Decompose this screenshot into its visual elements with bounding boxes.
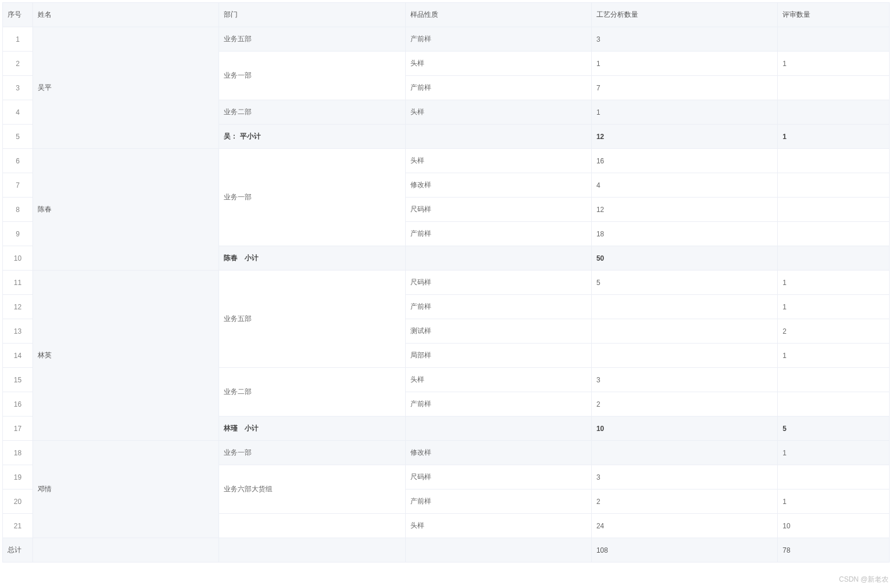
cell-qty2: 1 — [778, 52, 890, 76]
cell-subtotal-label: 林瑾 小计 — [219, 417, 405, 441]
cell-name: 林英 — [33, 271, 219, 441]
cell-nature: 头样 — [405, 100, 591, 125]
cell-nature: 局部样 — [405, 344, 591, 368]
cell-empty — [219, 538, 405, 563]
cell-qty2 — [778, 246, 890, 271]
cell-seq: 7 — [3, 173, 33, 198]
cell-qty1: 3 — [591, 27, 777, 52]
cell-subtotal-label: 吴： 平小计 — [219, 125, 405, 149]
cell-qty2: 5 — [778, 417, 890, 441]
header-qty1: 工艺分析数量 — [591, 3, 777, 27]
header-name: 姓名 — [33, 3, 219, 27]
cell-qty1: 50 — [591, 246, 777, 271]
cell-seq: 13 — [3, 319, 33, 344]
cell-dept: 业务一部 — [219, 52, 405, 100]
cell-qty1: 24 — [591, 514, 777, 538]
cell-qty2: 1 — [778, 441, 890, 465]
table-row: 6陈春业务一部头样16 — [3, 149, 890, 173]
cell-qty1: 1 — [591, 52, 777, 76]
cell-nature: 产前样 — [405, 76, 591, 100]
cell-qty1: 12 — [591, 198, 777, 222]
cell-seq: 3 — [3, 76, 33, 100]
cell-qty1: 2 — [591, 490, 777, 514]
cell-qty2 — [778, 222, 890, 246]
cell-dept: 业务二部 — [219, 100, 405, 125]
cell-nature: 修改样 — [405, 441, 591, 465]
cell-qty2 — [778, 173, 890, 198]
cell-dept: 业务一部 — [219, 441, 405, 465]
cell-nature: 头样 — [405, 149, 591, 173]
cell-seq: 18 — [3, 441, 33, 465]
table-header: 序号 姓名 部门 样品性质 工艺分析数量 评审数量 — [3, 3, 890, 27]
cell-name: 陈春 — [33, 149, 219, 271]
cell-empty — [405, 538, 591, 563]
cell-seq: 4 — [3, 100, 33, 125]
cell-qty1 — [591, 319, 777, 344]
cell-seq: 6 — [3, 149, 33, 173]
cell-nature: 头样 — [405, 368, 591, 392]
cell-qty2: 1 — [778, 295, 890, 319]
cell-seq: 15 — [3, 368, 33, 392]
cell-seq: 19 — [3, 465, 33, 490]
cell-nature: 测试样 — [405, 319, 591, 344]
cell-nature: 产前样 — [405, 392, 591, 417]
cell-qty2: 1 — [778, 344, 890, 368]
cell-seq: 9 — [3, 222, 33, 246]
cell-qty2: 2 — [778, 319, 890, 344]
table-row: 11林英业务五部尺码样51 — [3, 271, 890, 295]
header-qty2: 评审数量 — [778, 3, 890, 27]
cell-nature: 头样 — [405, 52, 591, 76]
cell-qty2: 1 — [778, 125, 890, 149]
cell-dept — [219, 514, 405, 538]
cell-seq: 14 — [3, 344, 33, 368]
cell-dept: 业务六部大货组 — [219, 465, 405, 514]
cell-qty1: 7 — [591, 76, 777, 100]
cell-nature: 头样 — [405, 514, 591, 538]
cell-qty1 — [591, 295, 777, 319]
cell-dept: 业务一部 — [219, 149, 405, 246]
cell-nature: 产前样 — [405, 222, 591, 246]
cell-seq: 8 — [3, 198, 33, 222]
cell-nature: 产前样 — [405, 27, 591, 52]
cell-total-label: 总计 — [3, 538, 33, 563]
cell-qty2 — [778, 368, 890, 392]
cell-seq: 17 — [3, 417, 33, 441]
cell-qty1: 5 — [591, 271, 777, 295]
header-seq: 序号 — [3, 3, 33, 27]
cell-qty1 — [591, 441, 777, 465]
cell-dept: 业务五部 — [219, 27, 405, 52]
cell-nature: 产前样 — [405, 295, 591, 319]
cell-qty2 — [778, 149, 890, 173]
cell-qty1: 2 — [591, 392, 777, 417]
cell-empty — [33, 538, 219, 563]
cell-name: 吴平 — [33, 27, 219, 149]
cell-seq: 12 — [3, 295, 33, 319]
cell-seq: 5 — [3, 125, 33, 149]
header-nature: 样品性质 — [405, 3, 591, 27]
cell-qty2: 10 — [778, 514, 890, 538]
cell-qty1: 108 — [591, 538, 777, 563]
cell-seq: 21 — [3, 514, 33, 538]
cell-empty — [405, 246, 591, 271]
cell-empty — [405, 125, 591, 149]
cell-qty1 — [591, 344, 777, 368]
cell-seq: 11 — [3, 271, 33, 295]
cell-qty2 — [778, 392, 890, 417]
cell-qty2 — [778, 100, 890, 125]
cell-qty1: 3 — [591, 368, 777, 392]
cell-qty2: 78 — [778, 538, 890, 563]
cell-qty2: 1 — [778, 490, 890, 514]
cell-qty2 — [778, 198, 890, 222]
cell-empty — [405, 417, 591, 441]
cell-nature: 修改样 — [405, 173, 591, 198]
cell-nature: 尺码样 — [405, 198, 591, 222]
cell-dept: 业务二部 — [219, 368, 405, 417]
table-row: 1吴平业务五部产前样3 — [3, 27, 890, 52]
cell-dept: 业务五部 — [219, 271, 405, 368]
cell-nature: 尺码样 — [405, 271, 591, 295]
cell-qty1: 12 — [591, 125, 777, 149]
cell-qty1: 18 — [591, 222, 777, 246]
table-body: 1吴平业务五部产前样32业务一部头样113产前样74业务二部头样15吴： 平小计… — [3, 27, 890, 563]
cell-qty2 — [778, 76, 890, 100]
cell-qty2: 1 — [778, 271, 890, 295]
